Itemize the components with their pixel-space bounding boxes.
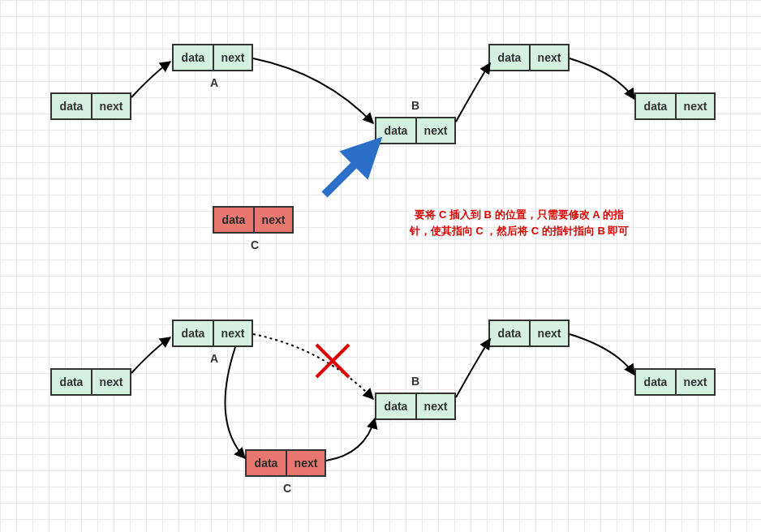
cell-next: next xyxy=(675,94,714,118)
cross-icon xyxy=(316,345,349,377)
cell-next: next xyxy=(415,394,454,418)
cell-data: data xyxy=(174,45,213,70)
cell-data: data xyxy=(52,370,91,394)
cell-data: data xyxy=(376,118,415,143)
cell-next: next xyxy=(213,45,252,70)
node-n4: data next xyxy=(488,44,570,71)
label-A-after: A xyxy=(206,352,222,365)
node-B: data next xyxy=(375,117,456,144)
edge-n1-A xyxy=(131,62,170,97)
cell-next: next xyxy=(91,94,130,118)
desc-line1: 要将 C 插入到 B 的位置，只需要修改 A 的指 xyxy=(415,208,623,221)
svg-line-0 xyxy=(316,345,349,377)
node-n5-after: data next xyxy=(634,368,716,396)
node-A-after: data next xyxy=(172,320,253,347)
cell-data: data xyxy=(490,321,529,345)
label-C: C xyxy=(247,238,263,251)
node-n1-after: data next xyxy=(50,368,131,396)
cell-data: data xyxy=(174,321,213,345)
cell-next: next xyxy=(529,321,568,345)
node-C-after: data next xyxy=(245,449,326,477)
edge-n4-n5-after xyxy=(570,334,634,375)
desc-line2: 针，使其指向 C ，然后将 C 的指针指向 B 即可 xyxy=(410,225,630,237)
arrows-overlay xyxy=(0,0,761,532)
label-B: B xyxy=(407,99,423,112)
cell-next: next xyxy=(286,451,325,475)
cell-next: next xyxy=(415,118,454,143)
node-C: data next xyxy=(213,206,294,234)
description: 要将 C 插入到 B 的位置，只需要修改 A 的指 针，使其指向 C ，然后将 … xyxy=(385,207,653,238)
node-B-after: data next xyxy=(375,393,456,420)
edge-B-n4-after xyxy=(456,339,490,397)
cell-data: data xyxy=(490,45,529,70)
edge-B-n4 xyxy=(456,63,490,122)
cell-data: data xyxy=(52,94,91,118)
edge-C-B-after xyxy=(326,418,375,461)
node-A: data next xyxy=(172,44,253,71)
cell-next: next xyxy=(91,370,130,394)
edge-A-B xyxy=(253,58,373,123)
label-A: A xyxy=(206,76,222,89)
edge-A-B-removed xyxy=(253,334,373,399)
node-n4-after: data next xyxy=(488,320,570,347)
cell-next: next xyxy=(213,321,252,345)
node-n5: data next xyxy=(634,92,716,120)
cell-data: data xyxy=(636,94,675,118)
node-n1: data next xyxy=(50,92,131,120)
edge-A-C-after xyxy=(226,347,246,458)
cell-next: next xyxy=(529,45,568,70)
label-B-after: B xyxy=(407,375,423,388)
cell-data: data xyxy=(636,370,675,394)
label-C-after: C xyxy=(279,482,295,495)
insert-arrow-icon xyxy=(325,154,365,195)
cell-next: next xyxy=(253,208,292,232)
edge-n4-n5 xyxy=(570,58,634,99)
cell-next: next xyxy=(675,370,714,394)
svg-line-1 xyxy=(316,345,349,377)
cell-data: data xyxy=(247,451,286,475)
cell-data: data xyxy=(376,394,415,418)
cell-data: data xyxy=(214,208,253,232)
edge-n1-A-after xyxy=(131,337,170,373)
